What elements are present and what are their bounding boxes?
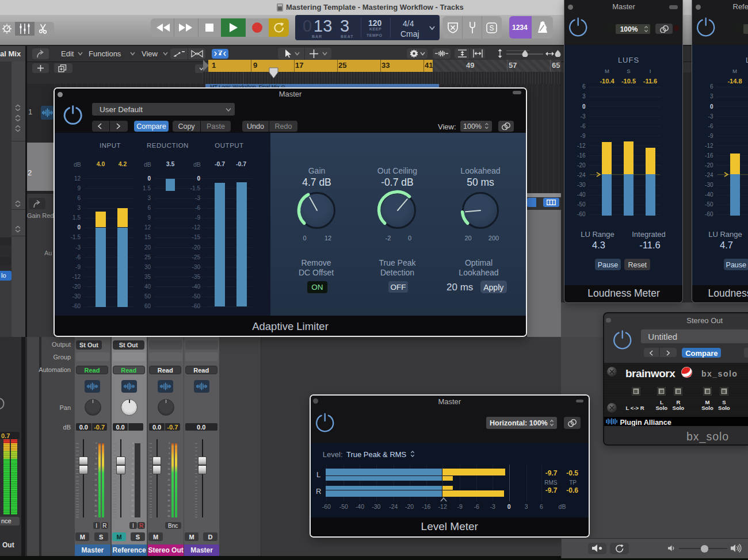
svg-text:S: S [489,24,494,32]
